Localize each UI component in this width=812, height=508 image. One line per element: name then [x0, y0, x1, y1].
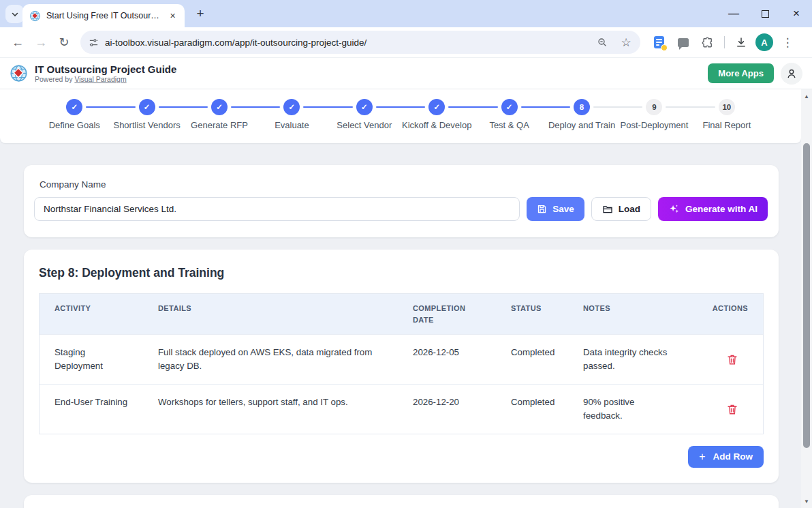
browser-menu-button[interactable]: ⋮ — [777, 32, 798, 53]
stepper-step: 8Deploy and Train — [546, 99, 618, 130]
step-label: Final Report — [702, 120, 751, 130]
column-header: ACTIVITY — [40, 294, 143, 334]
badge-icon — [661, 44, 668, 51]
delete-row-button[interactable] — [726, 403, 738, 415]
forward-button[interactable]: → — [30, 31, 52, 53]
step-circle[interactable]: 8 — [574, 99, 590, 115]
scroll-up-button[interactable]: ▲ — [801, 91, 812, 101]
table-body: Staging DeploymentFull stack deployed on… — [40, 334, 763, 434]
company-name-label: Company Name — [34, 179, 768, 190]
sparkles-icon — [668, 203, 680, 215]
step8-card: Step 8: Deployment and Training ACTIVITY… — [24, 250, 779, 483]
comment-button[interactable] — [673, 32, 693, 53]
tab-close-button[interactable]: × — [166, 10, 179, 23]
stepper-step: 10Final Report — [691, 99, 763, 130]
close-icon: × — [793, 7, 800, 20]
app-title-block: IT Outsourcing Project Guide Powered by … — [35, 63, 176, 83]
column-header: NOTES — [568, 294, 688, 334]
new-tab-button[interactable]: + — [191, 5, 209, 23]
add-row-wrap: + Add Row — [39, 446, 764, 468]
trash-icon — [726, 353, 738, 365]
stepper-step: ✓Shortlist Vendors — [110, 99, 183, 130]
more-apps-button[interactable]: More Apps — [708, 63, 774, 83]
step-connector — [448, 106, 497, 108]
browser-tab[interactable]: Start Using Free IT Outsourcing × — [22, 4, 185, 27]
activities-table: ACTIVITYDETAILSCOMPLETION DATESTATUSNOTE… — [39, 293, 764, 434]
cell-actions — [688, 335, 763, 384]
reading-list-button[interactable] — [649, 32, 669, 53]
step-title: Step 8: Deployment and Training — [39, 266, 764, 280]
tab-search-button[interactable] — [5, 5, 24, 23]
star-icon: ☆ — [621, 35, 631, 50]
cell-completion_date: 2026-12-20 — [398, 385, 496, 434]
step-label: Test & QA — [489, 120, 529, 130]
cell-activity: Staging Deployment — [40, 335, 143, 384]
step-circle[interactable]: ✓ — [356, 99, 373, 115]
scroll-down-button[interactable]: ▼ — [801, 496, 812, 506]
page-scrollbar[interactable]: ▲ ▼ — [801, 89, 812, 508]
step-circle[interactable]: ✓ — [501, 99, 518, 115]
step-circle[interactable]: ✓ — [428, 99, 445, 115]
cell-details: Workshops for tellers, support staff, an… — [143, 385, 398, 434]
profile-avatar[interactable]: A — [755, 33, 773, 51]
company-card: Company Name Save Load — [24, 165, 779, 237]
chevron-down-icon — [11, 10, 19, 18]
bookmark-button[interactable]: ☆ — [617, 33, 635, 51]
maximize-icon — [762, 10, 769, 18]
cell-activity: End-User Training — [40, 385, 143, 434]
account-button[interactable] — [781, 63, 802, 85]
cell-notes: 90% positive feedback. — [568, 385, 688, 434]
step-circle[interactable]: ✓ — [283, 99, 300, 115]
zoom-button[interactable] — [593, 33, 611, 51]
stepper-step: ✓Kickoff & Develop — [401, 99, 473, 130]
scrollbar-thumb[interactable] — [803, 143, 810, 448]
stepper-step: ✓Select Vendor — [328, 99, 401, 130]
powered-by-link[interactable]: Visual Paradigm — [74, 75, 126, 83]
step-connector — [303, 106, 352, 108]
column-header: STATUS — [496, 294, 568, 334]
step-connector — [521, 106, 570, 108]
minimize-button[interactable]: — — [718, 0, 749, 27]
delete-row-button[interactable] — [726, 353, 738, 365]
add-row-button[interactable]: + Add Row — [688, 446, 764, 468]
minimize-icon: — — [728, 8, 739, 20]
stepper-step: ✓Test & QA — [473, 99, 545, 130]
step-circle[interactable]: ✓ — [139, 99, 155, 115]
reload-button[interactable]: ↻ — [53, 31, 75, 53]
powered-by: Powered by Visual Paradigm — [35, 75, 176, 83]
extensions-button[interactable] — [698, 32, 718, 53]
stepper: ✓Define Goals✓Shortlist Vendors✓Generate… — [0, 89, 801, 143]
load-button-label: Load — [619, 204, 640, 214]
generate-ai-button[interactable]: Generate with AI — [658, 197, 768, 221]
step-connector — [231, 106, 280, 108]
tab-title: Start Using Free IT Outsourcing — [46, 11, 161, 20]
downloads-button[interactable] — [731, 32, 751, 53]
save-button[interactable]: Save — [527, 197, 584, 221]
url-text[interactable]: ai-toolbox.visual-paradigm.com/app/it-ou… — [105, 38, 587, 48]
puzzle-icon — [702, 36, 714, 48]
step-circle[interactable]: 10 — [719, 99, 735, 115]
folder-icon — [602, 204, 613, 215]
cell-notes: Data integrity checks passed. — [568, 335, 688, 384]
step-circle[interactable]: 9 — [646, 99, 662, 115]
back-button[interactable]: ← — [7, 31, 29, 53]
stepper-step: 9Post-Deployment — [618, 99, 690, 130]
add-row-label: Add Row — [713, 451, 753, 462]
step-circle[interactable]: ✓ — [211, 99, 228, 115]
load-button[interactable]: Load — [591, 197, 651, 221]
stepper-step: ✓Define Goals — [38, 99, 110, 130]
table-row: End-User TrainingWorkshops for tellers, … — [40, 384, 763, 434]
site-info-icon[interactable] — [89, 38, 99, 48]
maximize-button[interactable] — [749, 0, 781, 27]
step-label: Evaluate — [275, 120, 309, 130]
cell-status: Completed — [496, 385, 568, 434]
cell-details: Full stack deployed on AWS EKS, data mig… — [143, 335, 398, 384]
company-row: Save Load Generate with AI — [34, 197, 768, 221]
url-bar[interactable]: ai-toolbox.visual-paradigm.com/app/it-ou… — [80, 31, 640, 54]
company-name-input[interactable] — [34, 197, 520, 221]
step-circle[interactable]: ✓ — [66, 99, 82, 115]
generate-ai-label: Generate with AI — [685, 204, 758, 214]
page-content: ✓Define Goals✓Shortlist Vendors✓Generate… — [0, 89, 801, 508]
close-window-button[interactable]: × — [781, 0, 812, 27]
column-header: DETAILS — [143, 294, 398, 334]
